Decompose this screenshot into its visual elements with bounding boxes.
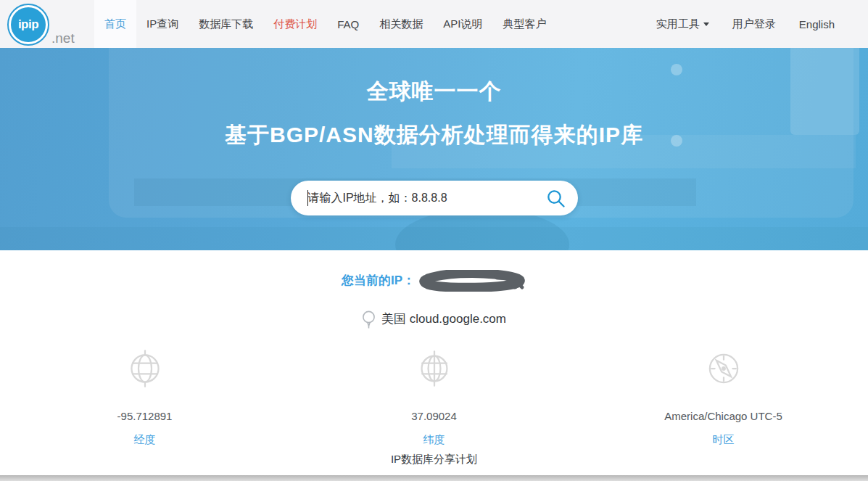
ip-search-box — [291, 181, 578, 215]
hero-title-line2: 基于BGP/ASN数据分析处理而得来的IP库 — [0, 120, 868, 150]
nav-item-ip-lookup[interactable]: IP查询 — [136, 0, 189, 48]
nav-item-home[interactable]: 首页 — [94, 0, 136, 48]
geo-stats-row: -95.712891 经度 37.09024 纬度 — [0, 349, 868, 447]
ip-search-input[interactable] — [291, 181, 578, 215]
current-ip-line: 您当前的IP： — [0, 269, 868, 291]
hero-title-line1: 全球唯一一个 — [0, 77, 868, 107]
db-share-plan-link[interactable]: IP数据库分享计划 — [391, 453, 477, 465]
nav-item-api-docs[interactable]: API说明 — [433, 0, 492, 48]
longitude-value: -95.712891 — [0, 410, 289, 422]
redacted-ip-scribble — [416, 270, 526, 292]
bottom-section-divider — [0, 475, 868, 481]
hero-content: 全球唯一一个 基于BGP/ASN数据分析处理而得来的IP库 — [0, 77, 868, 215]
nav-item-login[interactable]: 用户登录 — [721, 0, 788, 48]
nav-item-db-download[interactable]: 数据库下载 — [189, 0, 263, 48]
timezone-label[interactable]: 时区 — [713, 433, 735, 447]
hero-banner: 全球唯一一个 基于BGP/ASN数据分析处理而得来的IP库 — [0, 48, 868, 250]
geo-location-text: 美国 cloud.google.com — [381, 311, 506, 327]
globe-grid-icon — [415, 349, 454, 388]
nav-item-related-data[interactable]: 相关数据 — [369, 0, 433, 48]
location-pin-icon — [362, 311, 376, 329]
search-button[interactable] — [546, 189, 566, 208]
top-navbar: ipip .net 首页 IP查询 数据库下载 付费计划 FAQ 相关数据 AP… — [0, 0, 868, 48]
current-ip-label: 您当前的IP： — [342, 272, 415, 289]
stat-latitude: 37.09024 纬度 — [289, 349, 579, 447]
longitude-label[interactable]: 经度 — [134, 433, 156, 447]
nav-item-customers[interactable]: 典型客户 — [492, 0, 556, 48]
nav-item-language-english[interactable]: English — [788, 0, 846, 48]
nav-item-tools-label: 实用工具 — [656, 17, 700, 31]
geo-location-line: 美国 cloud.google.com — [0, 308, 868, 329]
nav-item-faq[interactable]: FAQ — [327, 0, 369, 48]
latitude-label[interactable]: 纬度 — [423, 433, 445, 447]
hero-bg-band — [0, 227, 868, 250]
stat-longitude: -95.712891 经度 — [0, 349, 289, 447]
compass-icon — [704, 349, 743, 388]
brand-logo-suffix: .net — [51, 30, 75, 46]
text-cursor — [307, 190, 309, 206]
timezone-value: America/Chicago UTC-5 — [579, 410, 868, 422]
nav-item-tools-dropdown[interactable]: 实用工具 — [645, 0, 721, 48]
brand-logo[interactable]: ipip — [7, 4, 49, 46]
brand-logo-text: ipip — [11, 7, 46, 42]
search-icon — [546, 189, 566, 208]
ip-result-section: 您当前的IP： 美国 cloud.google.com — [0, 250, 868, 466]
share-plan-line: IP数据库分享计划 — [0, 453, 868, 466]
chevron-down-icon — [703, 22, 709, 26]
main-nav: 首页 IP查询 数据库下载 付费计划 FAQ 相关数据 API说明 典型客户 — [94, 0, 556, 48]
page: ipip .net 首页 IP查询 数据库下载 付费计划 FAQ 相关数据 AP… — [0, 0, 868, 481]
hero-bg-dot — [671, 64, 682, 75]
nav-right-group: 实用工具 用户登录 English — [645, 0, 868, 48]
nav-item-paid-plans[interactable]: 付费计划 — [263, 0, 327, 48]
latitude-value: 37.09024 — [289, 410, 579, 422]
stat-timezone: America/Chicago UTC-5 时区 — [579, 349, 868, 447]
globe-icon — [125, 349, 165, 388]
